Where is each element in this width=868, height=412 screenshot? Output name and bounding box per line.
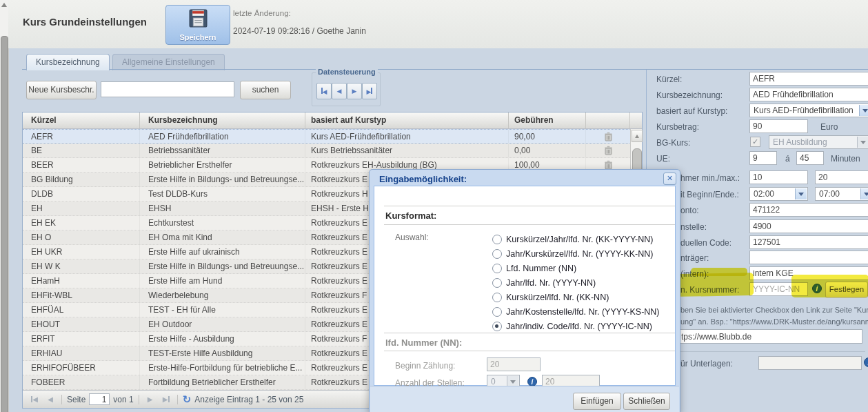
last-page-button[interactable]: ▶ [160,394,172,405]
zeit-beginn-value: 02:00 [754,189,795,199]
save-button[interactable]: Speichern [165,5,230,45]
last-change-label: letzte Änderung: [233,9,291,17]
table-header: Kürzel Kursbezeichnung basiert auf Kurst… [23,112,642,129]
first-page-button[interactable]: ◀ [28,394,41,405]
radio-option[interactable]: Lfd. Nummer (NN) [492,261,660,275]
zeit-beginn-select[interactable]: 02:00 [749,187,808,201]
table-row[interactable]: BEBetriebssanitäterKurs Betriebssanitäte… [23,144,642,158]
beginn-zaehlung-input[interactable] [487,357,541,371]
column-header-gebuehren[interactable]: Gebühren [509,112,586,128]
einfuegen-button[interactable]: Einfügen [573,393,621,410]
kuerzel-input[interactable] [749,72,868,86]
ue-count-input[interactable] [749,151,777,165]
kostenstelle-input[interactable] [749,219,868,233]
search-button[interactable]: suchen [240,81,291,99]
chevron-down-icon [857,137,868,148]
kursformat-section-title: Kursformat: [385,210,436,221]
radio-icon[interactable] [492,249,502,259]
divider [139,395,139,404]
zeit-beginn-ende-label: it Beginn/Ende.: [680,190,739,199]
last-record-button[interactable]: ▶ [362,83,377,99]
anmeldung-url-input[interactable] [678,329,862,344]
column-header-kurstyp[interactable]: basiert auf Kurstyp [305,112,509,128]
next-record-button[interactable]: ▶ [347,83,362,99]
delete-row-button[interactable] [586,130,630,143]
cell-kuerzel: ERFIT [23,332,140,346]
radio-option[interactable]: Jahr/Kurskürzel/lfd. Nr. (YYYY-KK-NN) [492,246,660,261]
cell-gebuehren: 90,00 [509,130,586,143]
radio-selected-icon[interactable] [492,322,502,331]
cell-kursbezeichnung: Test DLDB-Kurs [140,187,305,201]
kursbetrag-input[interactable] [749,119,808,133]
cell-kuerzel: BG Bildung [23,173,140,186]
first-record-button[interactable]: ◀ [316,83,332,99]
cell-kursbezeichnung: Erste Hilfe in Bildungs- und Betreuungse… [140,173,305,186]
kurstyp-select-value: Kurs AED-Frühdefibrillation [754,106,859,115]
info-icon[interactable]: i [527,377,537,386]
search-input[interactable] [101,81,234,97]
chevron-down-icon[interactable] [860,188,868,199]
bg-kurs-select[interactable]: EH Ausbildung [769,135,868,149]
radio-option[interactable]: Jahr/indiv. Code/lfd. Nr. (YYYY-IC-NN) [492,319,660,333]
save-button-label: Speichern [166,33,230,41]
scroll-up-icon[interactable] [632,130,643,142]
euro-unit-label: Euro [820,122,838,132]
next-page-button[interactable]: ▶ [144,394,157,405]
close-icon[interactable]: ✕ [663,173,676,185]
auswahl-label: Auswahl: [395,233,429,242]
tab-kursbezeichnung[interactable]: Kursbezeichnung [26,54,110,70]
cell-kursbezeichnung: TEST - EH für Alle [140,303,305,317]
individueller-code-input[interactable] [749,235,868,249]
column-header-actions [586,112,630,128]
delete-row-button[interactable] [586,144,630,157]
divider [177,395,178,404]
schliessen-button[interactable]: Schließen [623,393,670,410]
radio-icon[interactable] [492,293,502,302]
radio-icon[interactable] [492,307,502,317]
teilnehmer-max-input[interactable] [815,170,868,184]
cell-kursbezeichnung: Erste Hilfe auf ukrainisch [140,245,305,259]
radio-option-label: Jahr/Kostenstelle/lfd. Nr. (YYYY-KS-NN) [506,307,660,317]
chevron-down-icon[interactable] [795,188,807,199]
table-row[interactable]: AEFRAED FrühdefibrillationKurs AED-Frühd… [23,129,642,144]
kostentraeger-input[interactable] [749,251,868,264]
radio-icon[interactable] [492,264,502,273]
radio-option[interactable]: Kurskürzel/Jahr/lfd. Nr. (KK-YYYY-NN) [492,232,660,246]
column-header-kuerzel[interactable]: Kürzel [23,112,140,128]
scroll-up-icon[interactable] [1,3,7,7]
cell-kursbezeichnung: Erste Hilfe am Hund [140,274,305,288]
cell-kuerzel: DLDB [23,187,140,201]
bg-kurs-checkbox[interactable]: ✓ [750,137,760,147]
konto-label: onto: [680,206,699,215]
cell-kursbezeichnung: Erste-Hilfe-Fortbildung für betriebliche… [140,361,305,375]
radio-icon[interactable] [492,278,502,288]
divider [680,351,865,352]
kursbezeichnung-input[interactable] [749,88,868,101]
prev-page-button[interactable]: ◀ [44,394,57,405]
divider [384,224,675,225]
radio-option[interactable]: Jahr/lfd. Nr. (YYYY-NN) [492,275,660,290]
chevron-down-icon[interactable] [859,105,868,116]
prev-record-button[interactable]: ◀ [332,83,347,99]
refresh-icon[interactable]: ↻ [183,395,192,404]
ue-minutes-input[interactable] [796,151,824,165]
eingabemoeglichkeit-dialog: Eingabemöglichkeit: ✕ Kursformat: Auswah… [369,169,680,412]
zeit-ende-select[interactable]: 07:00 [815,187,868,201]
radio-option[interactable]: Kurskürzel/lfd. Nr. (KK-NN) [492,290,660,304]
kurstyp-select[interactable]: Kurs AED-Frühdefibrillation [749,104,868,117]
tab-allgemeine-einstellungen[interactable]: Allgemeine Einstellungen [112,54,225,70]
konto-input[interactable] [749,203,868,217]
highlight-mark [678,273,754,297]
radio-icon[interactable] [492,235,502,244]
page-number-input[interactable] [89,393,110,405]
radio-option[interactable]: Jahr/Kostenstelle/lfd. Nr. (YYYY-KS-NN) [492,304,660,319]
page-scrollbar[interactable] [0,0,9,412]
new-course-button[interactable]: Neue Kursbeschr. [26,81,97,99]
column-header-kursbezeichnung[interactable]: Kursbezeichnung [140,112,305,128]
first-page-icon: ◀ [321,88,327,95]
unterlagen-input[interactable] [758,356,862,370]
teilnehmer-min-input[interactable] [749,170,808,184]
scrollbar-thumb[interactable] [1,36,8,412]
info-icon[interactable]: i [864,357,868,367]
unterlagen-label: ür Unterlagen: [680,359,733,369]
